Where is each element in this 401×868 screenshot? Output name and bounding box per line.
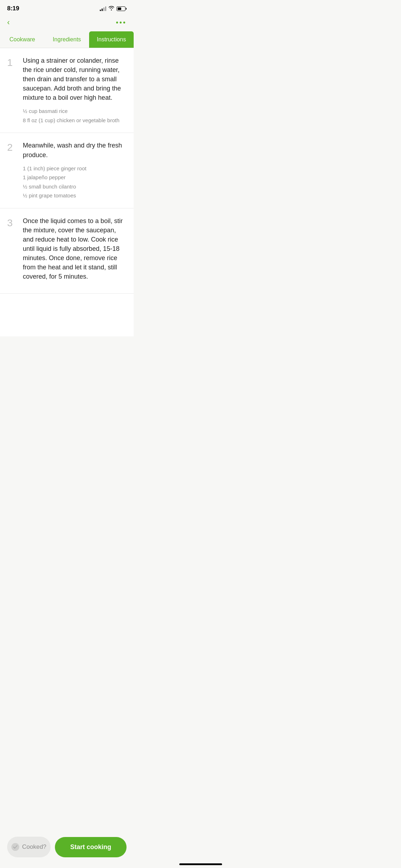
wifi-icon: [108, 6, 114, 11]
status-time: 8:19: [7, 5, 19, 12]
step-3-instruction: Once the liquid comes to a boil, stir th…: [23, 216, 127, 281]
step-1-ingredient-1: ½ cup basmati rice: [23, 107, 127, 116]
step-3: 3 Once the liquid comes to a boil, stir …: [0, 208, 134, 294]
step-2-ingredient-4: ½ pint grape tomatoes: [23, 191, 127, 200]
step-1-instruction: Using a strainer or colander, rinse the …: [23, 56, 127, 102]
step-3-content: Once the liquid comes to a boil, stir th…: [23, 216, 127, 286]
status-bar: 8:19: [0, 0, 134, 15]
step-2-ingredient-3: ½ small bunch cilantro: [23, 182, 127, 191]
step-1: 1 Using a strainer or colander, rinse th…: [0, 48, 134, 133]
step-2-ingredient-1: 1 (1 inch) piece ginger root: [23, 164, 127, 173]
step-2: 2 Meanwhile, wash and dry the fresh prod…: [0, 133, 134, 208]
more-button[interactable]: •••: [116, 19, 127, 27]
instructions-content: 1 Using a strainer or colander, rinse th…: [0, 48, 134, 336]
step-1-content: Using a strainer or colander, rinse the …: [23, 56, 127, 125]
status-icons: [100, 6, 127, 11]
tab-instructions[interactable]: Instructions: [89, 31, 134, 48]
tab-ingredients[interactable]: Ingredients: [45, 31, 89, 48]
step-2-content: Meanwhile, wash and dry the fresh produc…: [23, 141, 127, 200]
step-2-number: 2: [7, 141, 17, 200]
step-1-number: 1: [7, 56, 17, 125]
step-2-instruction: Meanwhile, wash and dry the fresh produc…: [23, 141, 127, 159]
step-1-ingredient-2: 8 fl oz (1 cup) chicken or vegetable bro…: [23, 116, 127, 125]
tabs: Cookware Ingredients Instructions: [0, 31, 134, 48]
step-2-ingredient-2: 1 jalapeño pepper: [23, 173, 127, 182]
back-button[interactable]: ‹: [7, 18, 10, 27]
tab-cookware[interactable]: Cookware: [0, 31, 45, 48]
nav-bar: ‹ •••: [0, 15, 134, 31]
step-3-number: 3: [7, 216, 17, 286]
battery-icon: [117, 6, 127, 11]
signal-icon: [100, 6, 106, 11]
